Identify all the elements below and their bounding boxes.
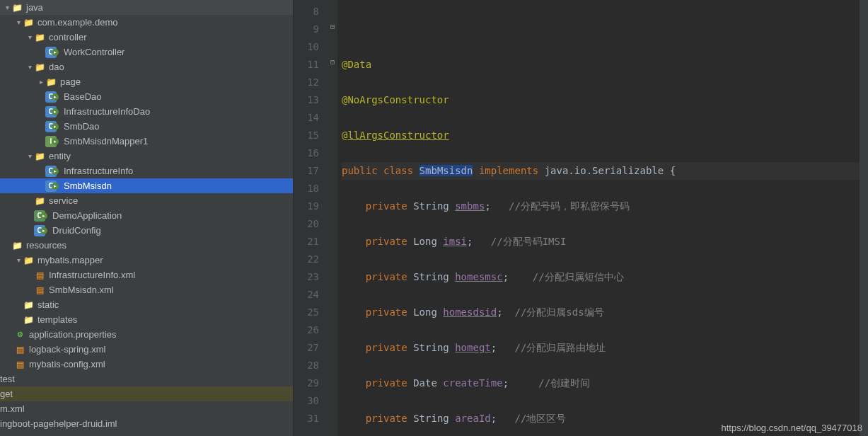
tree-package[interactable]: ▾com.example.demo bbox=[0, 15, 293, 30]
package-icon bbox=[34, 195, 45, 207]
tree-label: page bbox=[60, 76, 81, 87]
chevron-down-icon: ▾ bbox=[14, 18, 23, 26]
tree-label: logback-spring.xml bbox=[29, 344, 105, 355]
tree-label: InfrastructureInfo.xml bbox=[49, 270, 135, 280]
tree-label: templates bbox=[37, 314, 77, 325]
tree-label: DemoApplication bbox=[52, 210, 122, 221]
code-area[interactable]: @Data @NoArgsConstructor @llArgsConstruc… bbox=[337, 0, 860, 436]
tree-label: get bbox=[0, 389, 13, 399]
chevron-down-icon: ▾ bbox=[25, 33, 34, 41]
run-badge-icon: ▸ bbox=[52, 168, 59, 175]
tree-file-smbmsisdn[interactable]: C▸SmbMsisdn bbox=[0, 178, 293, 193]
tree-file-demoapp[interactable]: C▸DemoApplication bbox=[0, 208, 293, 223]
run-badge-icon: ▸ bbox=[52, 49, 59, 56]
annotation: @Data bbox=[342, 59, 371, 70]
tree-label: test bbox=[0, 374, 15, 384]
run-badge-icon: ▸ bbox=[52, 123, 59, 130]
tree-folder-templates[interactable]: templates bbox=[0, 312, 293, 327]
folder-icon bbox=[11, 2, 23, 13]
run-badge-icon: ▸ bbox=[40, 227, 47, 234]
tree-label: SmbMsisdn bbox=[64, 180, 112, 191]
tree-file-logback[interactable]: logback-spring.xml bbox=[0, 342, 293, 357]
tree-label: SmbMsisdnMapper1 bbox=[64, 136, 148, 147]
package-icon bbox=[34, 151, 45, 162]
fold-handle-icon[interactable]: ⊟ bbox=[328, 53, 337, 71]
tree-file-infradao[interactable]: C▸InfrastructureInfoDao bbox=[0, 104, 293, 119]
tree-label: SmbDao bbox=[64, 121, 100, 132]
tree-label: mybatis.mapper bbox=[37, 255, 103, 265]
fold-handle-icon[interactable]: ⊟ bbox=[328, 18, 337, 35]
tree-file-appprops[interactable]: ⚙application.properties bbox=[0, 327, 293, 342]
xml-icon bbox=[34, 270, 45, 281]
resources-icon bbox=[11, 240, 23, 251]
tree-file-mxml[interactable]: m.xml bbox=[0, 401, 293, 416]
chevron-down-icon: ▾ bbox=[3, 4, 11, 11]
tree-label: m.xml bbox=[0, 403, 25, 414]
watermark-text: https://blog.csdn.net/qq_39477018 bbox=[722, 423, 863, 433]
tree-file-smbxml[interactable]: SmbMsisdn.xml bbox=[0, 282, 293, 297]
tree-file-mybatiscfg[interactable]: mybatis-config.xml bbox=[0, 357, 293, 372]
annotation: @NoArgsConstructor bbox=[342, 94, 449, 105]
properties-icon: ⚙ bbox=[14, 329, 25, 340]
run-badge-icon: ▸ bbox=[52, 108, 59, 115]
tree-label: InfrastructureInfoDao bbox=[64, 106, 150, 117]
folder-icon bbox=[23, 299, 34, 311]
tree-label: InfrastructureInfo bbox=[64, 166, 133, 176]
tree-file-iml[interactable]: ingboot-pagehelper-druid.iml bbox=[0, 416, 293, 431]
tree-folder-controller[interactable]: ▾controller bbox=[0, 30, 293, 45]
package-icon bbox=[34, 32, 45, 43]
tree-file-infraxml[interactable]: InfrastructureInfo.xml bbox=[0, 268, 293, 282]
tree-file-basedao[interactable]: C▸BaseDao bbox=[0, 89, 293, 104]
tree-label: static bbox=[37, 299, 59, 310]
tree-file-druid[interactable]: C▸DruidConfig bbox=[0, 223, 293, 238]
tree-folder-entity[interactable]: ▾entity bbox=[0, 149, 293, 164]
chevron-down-icon: ▾ bbox=[25, 152, 34, 160]
class-name: SmbMsisdn bbox=[419, 165, 473, 176]
tree-label: entity bbox=[49, 151, 71, 161]
tree-label: com.example.demo bbox=[37, 17, 117, 28]
tree-label: java bbox=[26, 2, 43, 13]
tree-label: BaseDao bbox=[64, 91, 101, 102]
run-badge-icon: ▸ bbox=[52, 138, 59, 145]
tree-label: application.properties bbox=[29, 329, 117, 340]
run-badge-icon: ▸ bbox=[52, 93, 59, 101]
tree-folder-get[interactable]: get bbox=[0, 386, 293, 401]
chevron-down-icon: ▾ bbox=[25, 63, 34, 71]
tree-folder-resources[interactable]: resources bbox=[0, 238, 293, 253]
tree-file-smbmapper[interactable]: I▸SmbMsisdnMapper1 bbox=[0, 134, 293, 149]
package-icon bbox=[23, 255, 34, 266]
tree-folder-page[interactable]: ▸page bbox=[0, 74, 293, 89]
tree-label: controller bbox=[49, 32, 86, 42]
tree-file-workcontroller[interactable]: C▸WorkController bbox=[0, 45, 293, 59]
folder-icon bbox=[23, 314, 34, 326]
tree-label: mybatis-config.xml bbox=[29, 359, 105, 369]
tree-folder-test[interactable]: test bbox=[0, 372, 293, 386]
xml-icon bbox=[34, 285, 45, 296]
tree-folder-java[interactable]: ▾java bbox=[0, 0, 293, 15]
comment: //分配号码，即私密保号码 bbox=[509, 200, 630, 212]
tree-folder-mybatismapper[interactable]: ▾mybatis.mapper bbox=[0, 253, 293, 268]
tree-label: WorkController bbox=[64, 47, 125, 57]
project-tree[interactable]: ▾java ▾com.example.demo ▾controller C▸Wo… bbox=[0, 0, 294, 436]
scrollbar[interactable] bbox=[860, 0, 868, 436]
editor-pane[interactable]: 8910111213141516171819202122232425262728… bbox=[294, 0, 868, 436]
tree-label: service bbox=[49, 195, 78, 206]
chevron-right-icon: ▸ bbox=[37, 78, 45, 86]
line-number-gutter: 8910111213141516171819202122232425262728… bbox=[294, 0, 328, 436]
package-icon bbox=[45, 76, 57, 88]
tree-folder-service[interactable]: service bbox=[0, 193, 293, 208]
tree-file-infrainfo[interactable]: C▸InfrastructureInfo bbox=[0, 164, 293, 178]
package-icon bbox=[23, 17, 34, 28]
tree-folder-static[interactable]: static bbox=[0, 297, 293, 312]
xml-icon bbox=[14, 344, 25, 355]
chevron-down-icon: ▾ bbox=[14, 256, 23, 264]
fold-gutter[interactable]: ⊟⊟ bbox=[328, 0, 337, 436]
run-badge-icon: ▸ bbox=[52, 183, 59, 190]
tree-folder-dao[interactable]: ▾dao bbox=[0, 59, 293, 74]
tree-label: DruidConfig bbox=[52, 225, 101, 236]
tree-file-smbdao[interactable]: C▸SmbDao bbox=[0, 119, 293, 134]
tree-label: SmbMsisdn.xml bbox=[49, 285, 114, 295]
package-icon bbox=[34, 62, 45, 73]
tree-label: dao bbox=[49, 62, 64, 72]
run-badge-icon: ▸ bbox=[40, 212, 47, 219]
